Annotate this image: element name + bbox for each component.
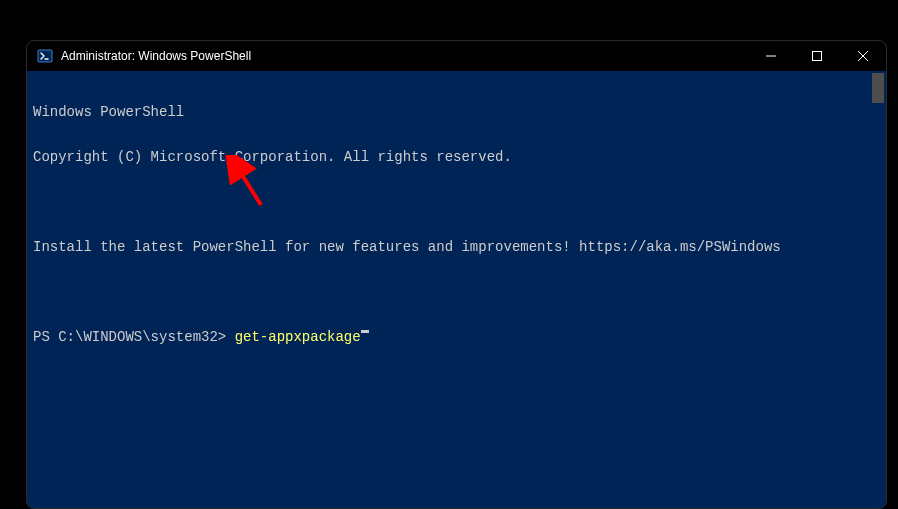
output-line: Install the latest PowerShell for new fe… [33,240,864,255]
terminal-area[interactable]: Windows PowerShell Copyright (C) Microso… [27,71,886,508]
output-line [33,285,864,300]
powershell-icon [37,48,53,64]
output-line: Windows PowerShell [33,105,864,120]
minimize-button[interactable] [748,41,794,71]
scrollbar[interactable] [870,71,886,508]
terminal-content[interactable]: Windows PowerShell Copyright (C) Microso… [27,71,870,508]
maximize-button[interactable] [794,41,840,71]
svg-rect-3 [813,52,822,61]
titlebar[interactable]: Administrator: Windows PowerShell [27,41,886,71]
output-line [33,195,864,210]
command-input[interactable]: get-appxpackage [235,330,361,345]
cursor-icon [361,330,369,333]
svg-rect-0 [38,50,52,62]
prompt-line[interactable]: PS C:\WINDOWS\system32> get-appxpackage [33,330,864,345]
prompt-text: PS C:\WINDOWS\system32> [33,330,235,345]
close-button[interactable] [840,41,886,71]
window-controls [748,41,886,71]
output-line: Copyright (C) Microsoft Corporation. All… [33,150,864,165]
window-title: Administrator: Windows PowerShell [61,49,251,63]
powershell-window: Administrator: Windows PowerShell Window… [26,40,887,509]
scrollbar-thumb[interactable] [872,73,884,103]
